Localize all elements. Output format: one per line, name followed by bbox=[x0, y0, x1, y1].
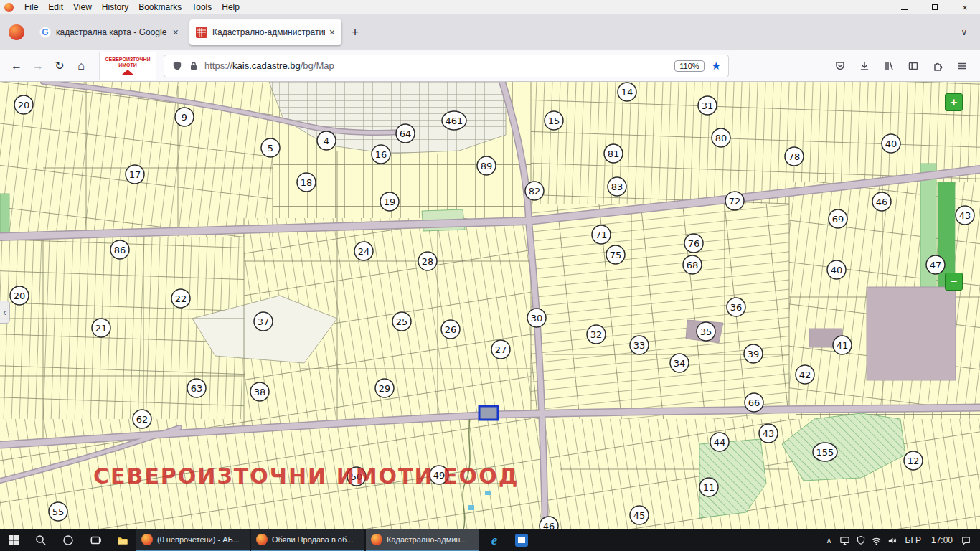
firefox-icon bbox=[256, 534, 268, 545]
firefox-view-icon[interactable] bbox=[9, 24, 24, 40]
show-desktop-button[interactable] bbox=[976, 529, 980, 551]
menu-hamburger-icon[interactable] bbox=[950, 55, 974, 77]
page-zoom-indicator[interactable]: 110% bbox=[674, 60, 704, 72]
map-marker-label: 81 bbox=[608, 149, 620, 159]
tab-google-search[interactable]: G кадастрална карта - Google Tъ × bbox=[33, 19, 185, 45]
new-tab-button[interactable]: + bbox=[346, 23, 364, 42]
restore-button[interactable] bbox=[920, 0, 950, 14]
map-marker-label: 43 bbox=[763, 428, 775, 439]
start-button[interactable] bbox=[0, 529, 27, 551]
taskbar-app-cadastre[interactable]: Кадастрално-админ... bbox=[366, 529, 479, 551]
hidden-icons-chevron[interactable]: ∧ bbox=[821, 529, 837, 551]
file-explorer-icon[interactable] bbox=[109, 529, 136, 551]
menu-view[interactable]: View bbox=[68, 1, 97, 14]
map-marker-label: 36 bbox=[730, 302, 743, 313]
agency-logo-text: СЕВЕРОИЗТОЧНИ ИМОТИ bbox=[100, 57, 155, 68]
map-marker-label: 25 bbox=[396, 316, 408, 327]
search-icon[interactable] bbox=[27, 529, 55, 551]
back-button[interactable]: ← bbox=[6, 55, 27, 77]
taskbar-app-mail[interactable]: (0 непрочетени) - АБ... bbox=[136, 529, 250, 551]
url-bar[interactable]: https://kais.cadastre.bg/bg/Map 110% ★ bbox=[164, 55, 729, 77]
volume-icon[interactable] bbox=[885, 529, 900, 551]
house-icon bbox=[122, 70, 133, 75]
map-marker-label: 46 bbox=[876, 197, 888, 207]
forward-button[interactable]: → bbox=[27, 55, 49, 77]
display-icon[interactable] bbox=[837, 529, 853, 551]
map-marker-label: 32 bbox=[590, 329, 603, 340]
tab-bar: G кадастрална карта - Google Tъ × Кадаст… bbox=[0, 14, 980, 50]
close-button[interactable]: × bbox=[950, 0, 980, 14]
menu-file[interactable]: File bbox=[19, 1, 43, 14]
action-center-icon[interactable] bbox=[958, 529, 974, 551]
map-marker-label: 71 bbox=[595, 230, 608, 240]
security-shield-icon[interactable] bbox=[853, 529, 869, 551]
map-marker-label: 21 bbox=[95, 323, 108, 334]
map-marker-label: 47 bbox=[930, 260, 942, 270]
bookmark-star-icon[interactable]: ★ bbox=[712, 60, 721, 72]
selected-parcel[interactable] bbox=[479, 406, 498, 420]
menu-tools[interactable]: Tools bbox=[187, 1, 217, 14]
menu-history[interactable]: History bbox=[97, 1, 133, 14]
map-marker-label: 76 bbox=[688, 238, 700, 249]
menu-bookmarks[interactable]: Bookmarks bbox=[133, 1, 187, 14]
menu-help[interactable]: Help bbox=[217, 1, 245, 14]
map-marker-label: 38 bbox=[254, 387, 266, 397]
library-icon[interactable] bbox=[877, 55, 901, 77]
extensions-icon[interactable] bbox=[925, 55, 950, 77]
map-marker-label: 86 bbox=[114, 245, 126, 255]
toolbar-icons bbox=[828, 55, 974, 77]
task-view-icon[interactable] bbox=[82, 529, 109, 551]
map-area[interactable]: 2095464461168915143180811718198283727840… bbox=[0, 82, 980, 529]
map-marker-label: 26 bbox=[445, 324, 457, 335]
close-icon: × bbox=[962, 2, 968, 13]
agency-logo[interactable]: СЕВЕРОИЗТОЧНИ ИМОТИ bbox=[99, 52, 156, 80]
map-marker-label: 9 bbox=[182, 112, 187, 123]
tab-close-icon[interactable]: × bbox=[329, 27, 335, 38]
map-marker-label: 34 bbox=[674, 358, 686, 369]
tab-close-icon[interactable]: × bbox=[173, 27, 179, 38]
list-all-tabs-button[interactable]: ∨ bbox=[954, 27, 974, 37]
map-marker-label: 82 bbox=[529, 186, 541, 197]
lock-icon[interactable] bbox=[189, 61, 199, 71]
panel-collapse-button[interactable]: ‹ bbox=[0, 301, 10, 324]
map-marker-label: 31 bbox=[702, 100, 714, 111]
language-indicator[interactable]: БГР bbox=[900, 535, 926, 545]
map-marker-label: 461 bbox=[446, 116, 463, 126]
tab-cadastre-map[interactable]: Кадастрално-административн × bbox=[189, 19, 341, 45]
firefox-icon bbox=[141, 534, 153, 545]
pinned-app-icon[interactable] bbox=[508, 529, 535, 551]
reload-button[interactable]: ↻ bbox=[49, 55, 70, 77]
map-marker-label: 42 bbox=[799, 369, 811, 380]
tracking-shield-icon[interactable] bbox=[171, 60, 183, 72]
taskbar-app-label: (0 непрочетени) - АБ... bbox=[157, 535, 240, 544]
cortana-icon[interactable] bbox=[55, 529, 82, 551]
map-marker-label: 22 bbox=[175, 293, 187, 304]
system-tray: ∧ БГР 17:00 bbox=[821, 529, 980, 551]
taskbar-app-listings[interactable]: Обяви Продава в об... bbox=[251, 529, 364, 551]
google-favicon: G bbox=[39, 27, 51, 38]
pocket-icon[interactable] bbox=[828, 55, 852, 77]
clock[interactable]: 17:00 bbox=[926, 535, 958, 545]
sidebar-icon[interactable] bbox=[901, 55, 925, 77]
downloads-icon[interactable] bbox=[852, 55, 877, 77]
map-marker-label: 83 bbox=[611, 182, 623, 192]
map-marker-label: 30 bbox=[531, 313, 543, 324]
home-button[interactable]: ⌂ bbox=[70, 55, 92, 77]
minimize-button[interactable] bbox=[890, 0, 920, 14]
url-text: https://kais.cadastre.bg/bg/Map bbox=[204, 60, 334, 71]
map-marker-label: 37 bbox=[258, 316, 270, 327]
edge-icon[interactable]: e bbox=[481, 529, 508, 551]
zoom-out-button[interactable]: − bbox=[945, 273, 963, 291]
cadastral-map[interactable]: 2095464461168915143180811718198283727840… bbox=[0, 82, 980, 529]
zoom-in-button[interactable]: + bbox=[945, 93, 963, 111]
map-marker-label: 55 bbox=[52, 507, 65, 517]
watermark-text: СЕВЕРОИЗТОЧНИ ИМОТИ ЕООД bbox=[93, 463, 519, 489]
map-marker-label: 40 bbox=[885, 138, 897, 149]
network-wifi-icon[interactable] bbox=[869, 529, 885, 551]
map-marker-label: 68 bbox=[687, 260, 699, 270]
windows-taskbar: (0 непрочетени) - АБ... Обяви Продава в … bbox=[0, 529, 980, 551]
map-marker-label: 14 bbox=[621, 87, 633, 98]
map-marker-label: 46 bbox=[543, 521, 555, 530]
menu-edit[interactable]: Edit bbox=[43, 1, 68, 14]
map-marker-label: 155 bbox=[816, 447, 834, 458]
